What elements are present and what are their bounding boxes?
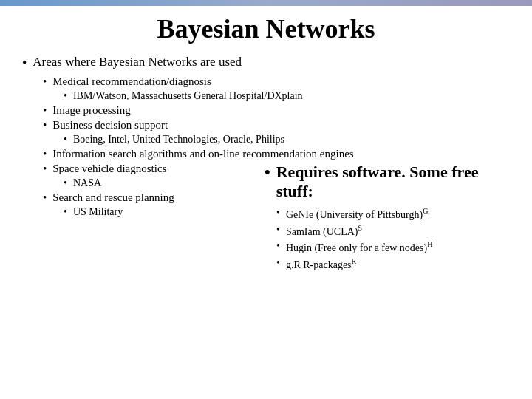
- main-bullet-label: Areas where Bayesian Networks are used: [33, 55, 242, 69]
- samiam-text: SamIam (UCLA)S: [286, 224, 362, 238]
- left-column: • Space vehicle diagnostics • NASA • Sea…: [43, 163, 257, 220]
- sub-sub-dot-boeing: •: [64, 134, 67, 146]
- req-item-gr: • g.R R-packagesR: [276, 257, 510, 271]
- sub-bullet-dot-rescue: •: [43, 191, 47, 204]
- ibm-label: IBM/Watson, Massachusetts General Hospit…: [73, 90, 303, 102]
- sub-bullet-dot-space: •: [43, 163, 47, 175]
- sub-sub-military: • US Military: [64, 206, 257, 218]
- sub-bullet-business: • Business decision support: [43, 119, 510, 132]
- samiam-sup: S: [358, 224, 363, 232]
- right-column: • Requires software. Some free stuff: • …: [257, 163, 510, 274]
- req-item-genie: • GeNIe (University of Pittsburgh)G,: [276, 207, 510, 221]
- sub-bullet-dot-business: •: [43, 119, 47, 132]
- slide-content: Bayesian Networks • Areas where Bayesian…: [0, 6, 532, 284]
- sub-bullet-dot: •: [43, 75, 47, 88]
- rescue-label: Search and rescue planning: [52, 191, 174, 204]
- sub-bullet-image: • Image processing: [43, 104, 510, 117]
- sub-sub-boeing: • Boeing, Intel, United Technologies, Or…: [64, 134, 510, 146]
- main-bullet-dot: •: [22, 55, 27, 71]
- sub-sub-dot-nasa: •: [64, 177, 67, 189]
- sub-bullet-dot-info: •: [43, 148, 47, 160]
- requires-title: • Requires software. Some free stuff:: [265, 163, 510, 201]
- sub-sub-space: • NASA: [64, 177, 257, 189]
- military-label: US Military: [73, 206, 123, 218]
- req-dot-hugin: •: [276, 240, 280, 252]
- req-dot-genie: •: [276, 207, 280, 219]
- slide-title: Bayesian Networks: [22, 13, 510, 44]
- req-item-samiam: • SamIam (UCLA)S: [276, 224, 510, 238]
- sub-bullet-rescue: • Search and rescue planning: [43, 191, 257, 204]
- image-processing-label: Image processing: [52, 104, 130, 117]
- sub-sub-nasa: • NASA: [64, 177, 257, 189]
- sub-bullet-dot-image: •: [43, 104, 47, 117]
- sub-sub-rescue: • US Military: [64, 206, 257, 218]
- sub-sub-dot-ibm: •: [64, 90, 67, 102]
- space-label: Space vehicle diagnostics: [52, 163, 166, 175]
- sub-sub-ibm: • IBM/Watson, Massachusetts General Hosp…: [64, 90, 510, 102]
- sub-section-main: • Medical recommendation/diagnosis • IBM…: [43, 75, 510, 274]
- info-label: Information search algorithms and on-lin…: [52, 148, 353, 160]
- req-dot-gr: •: [276, 257, 280, 269]
- sub-sub-dot-military: •: [64, 206, 67, 218]
- two-column-section: • Space vehicle diagnostics • NASA • Sea…: [43, 163, 510, 274]
- req-dot-samiam: •: [276, 224, 280, 236]
- main-bullet-areas: • Areas where Bayesian Networks are used: [22, 55, 510, 71]
- nasa-label: NASA: [73, 177, 101, 189]
- sub-bullet-info: • Information search algorithms and on-l…: [43, 148, 510, 160]
- sub-bullet-medical-label: Medical recommendation/diagnosis: [52, 75, 211, 88]
- top-bar: [0, 0, 532, 6]
- sub-sub-business: • Boeing, Intel, United Technologies, Or…: [64, 134, 510, 146]
- req-item-hugin: • Hugin (Free only for a few nodes)H: [276, 240, 510, 254]
- hugin-text: Hugin (Free only for a few nodes)H: [286, 240, 433, 254]
- gr-text: g.R R-packagesR: [286, 257, 356, 271]
- requires-dot: •: [265, 163, 270, 182]
- sub-bullet-medical: • Medical recommendation/diagnosis: [43, 75, 510, 88]
- hugin-sup: H: [427, 240, 432, 248]
- gr-sup: R: [352, 257, 357, 265]
- genie-sup: G,: [423, 207, 430, 215]
- genie-text: GeNIe (University of Pittsburgh)G,: [286, 207, 430, 221]
- requires-items: • GeNIe (University of Pittsburgh)G, • S…: [276, 207, 510, 271]
- requires-title-text: Requires software. Some free stuff:: [276, 163, 510, 201]
- sub-sub-medical: • IBM/Watson, Massachusetts General Hosp…: [64, 90, 510, 102]
- boeing-label: Boeing, Intel, United Technologies, Orac…: [73, 134, 284, 146]
- business-label: Business decision support: [52, 119, 168, 132]
- sub-bullet-space: • Space vehicle diagnostics: [43, 163, 257, 175]
